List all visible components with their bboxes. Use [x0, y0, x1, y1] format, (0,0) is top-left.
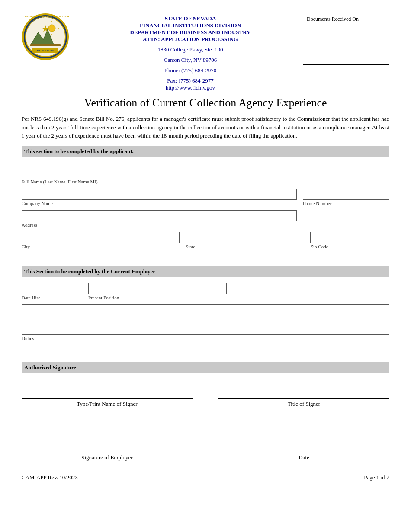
full-name-group: Full Name (Last Name, First Name MI): [22, 167, 389, 184]
state-label: State: [186, 244, 304, 249]
phone-number-input[interactable]: [303, 189, 389, 200]
zip-group: Zip Code: [310, 232, 389, 249]
state-seal: THE GREAT SEAL OF THE STATE OF NEVADA BA…: [22, 13, 74, 65]
date-col: Date: [218, 439, 389, 461]
date-label: Date: [218, 454, 389, 461]
svg-point-3: [48, 25, 55, 32]
company-name-label: Company Name: [22, 201, 297, 206]
header-line4: ATTN: APPLICATION PROCESSING: [82, 36, 299, 43]
header-line1: STATE OF NEVADA: [82, 15, 299, 22]
section2-header: This Section to be completed by the Curr…: [22, 266, 389, 277]
title-signer-label: Title of Signer: [218, 401, 389, 407]
sig-employer-col: Signature of Employer: [22, 439, 193, 461]
date-hire-label: Date Hire: [22, 295, 82, 300]
address-group: Address: [22, 210, 389, 228]
header-phone: Phone: (775) 684-2970: [82, 67, 299, 74]
sig-employer-label: Signature of Employer: [22, 454, 193, 461]
city-state-zip-row: City State Zip Code: [22, 232, 389, 249]
header-website: http://www.fid.nv.gov: [82, 84, 299, 91]
header-fax: Fax: (775) 684-2977: [82, 77, 299, 84]
header-line3: DEPARTMENT OF BUSINESS AND INDUSTRY: [82, 29, 299, 36]
duties-input[interactable]: [22, 304, 389, 335]
svg-text:BATTLE BORN: BATTLE BORN: [37, 49, 54, 52]
received-box: Documents Received On: [303, 13, 389, 65]
present-position-group: Present Position: [88, 283, 227, 300]
state-input[interactable]: [186, 232, 304, 243]
company-name-input[interactable]: [22, 189, 297, 200]
full-name-label: Full Name (Last Name, First Name MI): [22, 179, 389, 184]
duties-group: Duties: [22, 304, 389, 341]
title-signer-line[interactable]: [218, 386, 389, 399]
header-address1: 1830 College Pkwy, Ste. 100: [82, 46, 299, 53]
company-phone-row: Company Name Phone Number: [22, 189, 389, 206]
header-address2: Carson City, NV 89706: [82, 57, 299, 64]
title-signer-col: Title of Signer: [218, 386, 389, 407]
intro-text: Per NRS 649.196(g) and Senate Bill No. 2…: [22, 115, 389, 140]
city-group: City: [22, 232, 180, 249]
phone-number-label: Phone Number: [303, 201, 389, 206]
duties-label: Duties: [22, 336, 389, 341]
present-position-label: Present Position: [88, 295, 227, 300]
state-group: State: [186, 232, 304, 249]
svg-rect-8: [30, 44, 61, 46]
footer-page: Page 1 of 2: [364, 474, 389, 481]
header-center: STATE OF NEVADA FINANCIAL INSTITUTIONS D…: [82, 13, 299, 91]
received-label: Documents Received On: [307, 16, 359, 22]
present-position-input[interactable]: [88, 283, 227, 294]
footer-revision: CAM-APP Rev. 10/2023: [22, 474, 78, 481]
city-input[interactable]: [22, 232, 180, 243]
header-line2: FINANCIAL INSTITUTIONS DIVISION: [82, 22, 299, 29]
address-label: Address: [22, 222, 389, 228]
type-print-name-line[interactable]: [22, 386, 193, 399]
phone-number-group: Phone Number: [303, 189, 389, 206]
date-line[interactable]: [218, 439, 389, 452]
zip-label: Zip Code: [310, 244, 389, 249]
type-print-name-col: Type/Print Name of Signer: [22, 386, 193, 407]
signature-section: Type/Print Name of Signer Title of Signe…: [22, 386, 389, 461]
address-input[interactable]: [22, 210, 297, 221]
page-title: Verification of Current Collection Agenc…: [22, 96, 389, 109]
zip-input[interactable]: [310, 232, 389, 243]
footer: CAM-APP Rev. 10/2023 Page 1 of 2: [22, 474, 389, 481]
sig-date-row: Signature of Employer Date: [22, 439, 389, 461]
date-hire-group: Date Hire: [22, 283, 82, 300]
date-hire-input[interactable]: [22, 283, 82, 294]
full-name-input[interactable]: [22, 167, 389, 178]
section1-header: This section to be completed by the appl…: [22, 146, 389, 157]
auth-header: Authorized Signature: [22, 362, 389, 373]
name-title-row: Type/Print Name of Signer Title of Signe…: [22, 386, 389, 407]
date-hire-row: Date Hire Present Position: [22, 283, 389, 300]
sig-employer-line[interactable]: [22, 439, 193, 452]
city-label: City: [22, 244, 180, 249]
company-name-group: Company Name: [22, 189, 297, 206]
type-print-name-label: Type/Print Name of Signer: [22, 401, 193, 407]
